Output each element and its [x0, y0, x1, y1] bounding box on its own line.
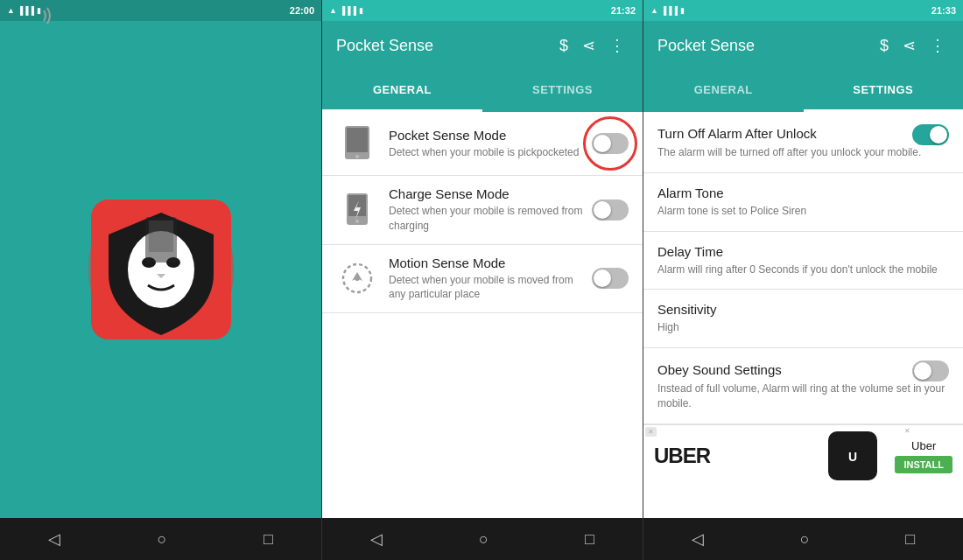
ad-logo-box: U: [828, 431, 877, 480]
wifi-icon-3: ▲: [650, 6, 658, 15]
signal-icon: ▐▐▐: [18, 6, 34, 15]
share-icon-2[interactable]: ⋖: [579, 32, 599, 59]
turn-off-alarm-toggle[interactable]: [912, 124, 949, 145]
sensitivity-title: Sensitivity: [657, 302, 949, 317]
ad-brand-name: UBER: [654, 444, 818, 468]
battery-icon-3: ▮: [680, 6, 685, 15]
obey-sound-toggle[interactable]: [912, 360, 949, 382]
charge-sense-icon-wrap: [336, 189, 378, 231]
ad-action-area: Uber INSTALL: [895, 439, 952, 473]
setting-row-charge-sense: Charge Sense Mode Detect when your mobil…: [322, 176, 643, 245]
app-logo: [82, 191, 240, 348]
settings-row-turn-off-alarm: Turn Off Alarm After Unlock The alarm wi…: [643, 112, 963, 173]
status-time-1: 22:00: [290, 5, 314, 16]
toggle-knob-off-1: [914, 362, 931, 380]
toggle-knob-3: [594, 270, 611, 287]
status-icons-2: ▲ ▐▐▐ ▮: [329, 6, 363, 15]
status-icons-1: ▲ ▐▐▐ ▮: [7, 6, 41, 15]
toggle-knob-on-1: [930, 126, 947, 144]
pocket-sense-toggle-wrap: [592, 133, 629, 154]
settings-row-obey-sound: Obey Sound Settings Instead of full volu…: [643, 348, 963, 424]
screen-1: ▲ ▐▐▐ ▮ 22:00: [0, 0, 321, 560]
charge-icon: [343, 193, 371, 227]
tabs-3: GENERAL SETTINGS: [643, 70, 963, 112]
home-button-1[interactable]: ○: [158, 530, 167, 549]
signal-icon-2: ▐▐▐: [340, 6, 356, 15]
settings-row-alarm-tone[interactable]: Alarm Tone Alarm tone is set to Police S…: [643, 173, 963, 232]
tab-general-3[interactable]: GENERAL: [643, 70, 804, 112]
turn-off-alarm-title: Turn Off Alarm After Unlock: [657, 126, 817, 141]
ad-app-name: Uber: [911, 439, 936, 452]
recents-button-3[interactable]: □: [905, 530, 915, 549]
home-button-2[interactable]: ○: [479, 530, 489, 549]
battery-icon: ▮: [37, 6, 41, 15]
pocket-sense-desc: Detect when your mobile is pickpocketed: [389, 145, 592, 160]
obey-sound-title: Obey Sound Settings: [657, 362, 782, 377]
setting-row-pocket-sense: Pocket Sense Mode Detect when your mobil…: [322, 112, 643, 176]
share-icon-3[interactable]: ⋖: [899, 32, 919, 59]
settings-row-delay-time[interactable]: Delay Time Alarm will ring after 0 Secon…: [643, 232, 963, 290]
ad-close-button[interactable]: ✕: [645, 427, 657, 437]
sensitivity-desc: High: [657, 320, 949, 335]
wifi-icon: ▲: [7, 6, 15, 15]
uber-logo-icon: U: [837, 440, 868, 472]
more-icon-3[interactable]: ⋮: [926, 32, 949, 59]
battery-icon-2: ▮: [359, 6, 363, 15]
recents-button-1[interactable]: □: [264, 530, 273, 549]
app-bar-3: Pocket Sense $ ⋖ ⋮: [643, 21, 963, 70]
svg-point-15: [355, 276, 360, 281]
motion-sense-toggle[interactable]: [592, 268, 629, 289]
back-button-2[interactable]: ◁: [370, 529, 383, 549]
status-time-3: 21:33: [931, 5, 956, 16]
tabs-2: GENERAL SETTINGS: [322, 70, 643, 112]
home-button-3[interactable]: ○: [800, 530, 810, 549]
ad-label: ✕: [904, 427, 910, 435]
pocket-sense-title: Pocket Sense Mode: [389, 128, 592, 143]
obey-sound-header: Obey Sound Settings: [657, 360, 949, 382]
charge-sense-title: Charge Sense Mode: [389, 186, 592, 201]
status-bar-3: ▲ ▐▐▐ ▮ 21:33: [643, 0, 963, 21]
status-time-2: 21:32: [611, 5, 636, 16]
dollar-icon-2[interactable]: $: [556, 33, 572, 59]
motion-sense-title: Motion Sense Mode: [389, 256, 592, 270]
svg-rect-5: [149, 220, 173, 252]
pocket-sense-icon: [341, 126, 373, 161]
screen-3: ▲ ▐▐▐ ▮ 21:33 Pocket Sense $ ⋖ ⋮ GENERAL…: [643, 0, 963, 560]
alarm-tone-title: Alarm Tone: [657, 186, 949, 200]
svg-rect-7: [347, 128, 368, 152]
app-logo-area: [0, 21, 321, 518]
tab-general-2[interactable]: GENERAL: [322, 70, 482, 112]
svg-rect-10: [348, 195, 366, 216]
motion-icon: [341, 262, 374, 295]
back-button-3[interactable]: ◁: [692, 529, 704, 549]
signal-icon-3: ▐▐▐: [661, 6, 678, 15]
settings-row-sensitivity[interactable]: Sensitivity High: [643, 290, 963, 348]
motion-sense-text: Motion Sense Mode Detect when your mobil…: [389, 256, 592, 303]
pocket-sense-icon-wrap: [336, 122, 378, 164]
toggle-knob-1: [594, 135, 611, 152]
status-icons-3: ▲ ▐▐▐ ▮: [650, 6, 685, 15]
toggle-knob-2: [594, 201, 611, 219]
back-button-1[interactable]: ◁: [48, 529, 60, 549]
pocket-sense-text: Pocket Sense Mode Detect when your mobil…: [389, 128, 592, 160]
tab-settings-2[interactable]: SETTINGS: [482, 70, 643, 112]
delay-time-desc: Alarm will ring after 0 Seconds if you d…: [657, 262, 949, 277]
wifi-icon-2: ▲: [329, 6, 337, 15]
recents-button-2[interactable]: □: [585, 530, 594, 549]
charge-sense-toggle[interactable]: [592, 200, 629, 220]
ad-install-button[interactable]: INSTALL: [895, 456, 952, 473]
charge-sense-desc: Detect when your mobile is removed from …: [389, 204, 592, 234]
motion-sense-icon-wrap: [336, 257, 378, 299]
app-title-2: Pocket Sense: [336, 37, 549, 55]
nav-bar-2: ◁ ○ □: [322, 518, 643, 560]
tab-settings-3[interactable]: SETTINGS: [804, 70, 964, 112]
screen-2: ▲ ▐▐▐ ▮ 21:32 Pocket Sense $ ⋖ ⋮ GENERAL…: [321, 0, 643, 560]
turn-off-alarm-desc: The alarm will be turned off after you u…: [657, 145, 949, 160]
status-bar-2: ▲ ▐▐▐ ▮ 21:32: [322, 0, 643, 21]
setting-row-motion-sense: Motion Sense Mode Detect when your mobil…: [322, 245, 643, 314]
dollar-icon-3[interactable]: $: [876, 33, 892, 59]
svg-point-8: [355, 155, 359, 158]
content-3: Turn Off Alarm After Unlock The alarm wi…: [643, 112, 963, 518]
more-icon-2[interactable]: ⋮: [606, 32, 629, 59]
pocket-sense-toggle[interactable]: [592, 133, 629, 154]
